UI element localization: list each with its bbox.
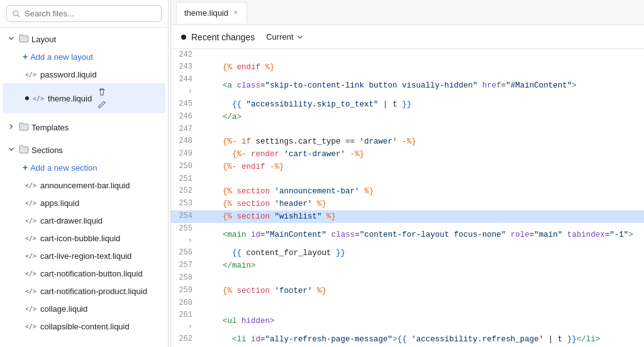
layout-label: Layout [31, 35, 160, 44]
file-cart-notification-product[interactable]: </> cart-notification-product.liquid [3, 282, 165, 300]
folder-icon [19, 122, 29, 133]
delete-icon[interactable] [96, 86, 108, 98]
recent-changes-label: Recent changes [191, 32, 255, 42]
search-icon [12, 9, 21, 18]
file-cart-notification-button[interactable]: </> cart-notification-button.liquid [3, 265, 165, 282]
file-cart-live-region[interactable]: </> cart-live-region-text.liquid [3, 247, 165, 265]
file-cart-drawer[interactable]: </> cart-drawer.liquid [3, 212, 165, 229]
line-242: 242 [171, 49, 644, 61]
line-254: 254 {% section "wishlist" %} [171, 210, 644, 223]
sidebar: Search files... Layout + Add a new layou… [0, 0, 169, 347]
tab-theme-liquid[interactable]: theme.liquid × [176, 2, 247, 23]
line-255: 255 › <main id="MainContent" class="cont… [171, 223, 644, 247]
search-box[interactable]: Search files... [6, 5, 162, 22]
templates-section: Templates [0, 116, 168, 139]
file-name: password.liquid [40, 70, 97, 79]
templates-label: Templates [31, 123, 160, 132]
add-layout-label: Add a new layout [30, 52, 93, 62]
add-layout-button[interactable]: + Add a new layout [3, 48, 165, 65]
search-placeholder: Search files... [25, 9, 74, 18]
file-actions [96, 86, 108, 111]
line-257: 257 </main> [171, 259, 644, 272]
line-248: 248 {%- if settings.cart_type == 'drawer… [171, 135, 644, 148]
current-label: Current [266, 32, 293, 42]
file-tag-icon: </> [25, 217, 36, 224]
line-249: 249 {%- render 'cart-drawer' -%} [171, 148, 644, 161]
line-247: 247 [171, 123, 644, 135]
line-250: 250 {%- endif -%} [171, 161, 644, 173]
plus-icon: + [23, 162, 28, 173]
file-cart-icon-bubble[interactable]: </> cart-icon-bubble.liquid [3, 229, 165, 247]
file-collage[interactable]: </> collage.liquid [3, 300, 165, 317]
line-258: 258 [171, 272, 644, 284]
plus-icon: + [23, 52, 28, 62]
folder-icon [19, 145, 29, 156]
file-tag-icon: </> [33, 95, 44, 102]
line-244: 244 › <a class="skip-to-content-link but… [171, 74, 644, 98]
file-tag-icon: </> [25, 270, 36, 277]
file-name: collapsible-content.liquid [40, 322, 130, 331]
line-252: 252 {% section 'announcement-bar' %} [171, 185, 644, 198]
file-announcement-bar[interactable]: </> announcement-bar.liquid [3, 176, 165, 194]
file-name: cart-notification-product.liquid [40, 287, 147, 296]
file-tag-icon: </> [25, 182, 36, 189]
current-dropdown[interactable]: Current [262, 30, 307, 43]
file-collapsible-content[interactable]: </> collapsible-content.liquid [3, 317, 165, 335]
file-tag-icon: </> [25, 305, 36, 312]
file-name: cart-live-region-text.liquid [40, 251, 131, 261]
chevron-down-icon [296, 33, 304, 41]
line-261: 261 › <ul hidden> [171, 309, 644, 333]
line-260: 260 [171, 297, 644, 309]
editor-header: Recent changes Current [171, 25, 644, 49]
file-name: collage.liquid [40, 304, 87, 314]
chevron-down-icon [8, 35, 16, 44]
code-editor[interactable]: 242 243 {% endif %} 244 › <a class="skip… [171, 49, 644, 347]
sidebar-scroll: Layout + Add a new layout </> password.l… [0, 28, 168, 347]
file-name: theme.liquid [48, 94, 92, 103]
sidebar-item-templates[interactable]: Templates [3, 118, 165, 136]
line-243: 243 {% endif %} [171, 61, 644, 74]
line-251: 251 [171, 173, 644, 185]
tab-label: theme.liquid [184, 8, 228, 18]
main-editor: theme.liquid × Recent changes Current 24… [171, 0, 644, 347]
file-tag-icon: </> [25, 235, 36, 242]
file-tag-icon: </> [25, 288, 36, 295]
sidebar-item-layout[interactable]: Layout [3, 30, 165, 48]
file-apps[interactable]: </> apps.liquid [3, 194, 165, 212]
sections-label: Sections [31, 145, 160, 155]
layout-section: Layout + Add a new layout </> password.l… [0, 28, 168, 116]
line-262: 262 <li id="ally-refresh-page-message">{… [171, 333, 644, 346]
tab-close-button[interactable]: × [232, 8, 239, 18]
chevron-down-icon [8, 145, 16, 155]
sidebar-item-sections[interactable]: Sections [3, 141, 165, 159]
chevron-right-icon [8, 123, 16, 132]
folder-icon [19, 34, 29, 45]
line-256: 256 {{ content_for_layout }} [171, 247, 644, 259]
line-246: 246 </a> [171, 111, 644, 123]
line-259: 259 {% section 'footer' %} [171, 285, 644, 297]
file-theme-liquid[interactable]: </> theme.liquid [3, 83, 165, 113]
edit-icon[interactable] [96, 98, 108, 111]
file-name: apps.liquid [40, 198, 79, 208]
file-tag-icon: </> [25, 200, 36, 207]
file-tag-icon: </> [25, 323, 36, 330]
file-name: cart-notification-button.liquid [40, 269, 143, 278]
add-section-label: Add a new section [30, 163, 97, 173]
recent-changes-indicator [181, 35, 186, 40]
add-section-button[interactable]: + Add a new section [3, 159, 165, 176]
code-table: 242 243 {% endif %} 244 › <a class="skip… [171, 49, 644, 347]
sections-section: Sections + Add a new section </> announc… [0, 139, 168, 338]
file-tag-icon: </> [25, 71, 36, 78]
modified-dot [25, 96, 29, 100]
file-password-liquid[interactable]: </> password.liquid [3, 65, 165, 83]
file-tag-icon: </> [25, 253, 36, 259]
svg-line-1 [18, 15, 19, 17]
file-name: cart-icon-bubble.liquid [40, 234, 120, 243]
tabs-bar: theme.liquid × [171, 0, 644, 25]
line-253: 253 {% section 'header' %} [171, 198, 644, 210]
file-name: announcement-bar.liquid [40, 181, 130, 190]
search-area: Search files... [0, 0, 168, 28]
line-245: 245 {{ "accessibility.skip_to_text" | t … [171, 98, 644, 111]
file-name: cart-drawer.liquid [40, 216, 103, 225]
